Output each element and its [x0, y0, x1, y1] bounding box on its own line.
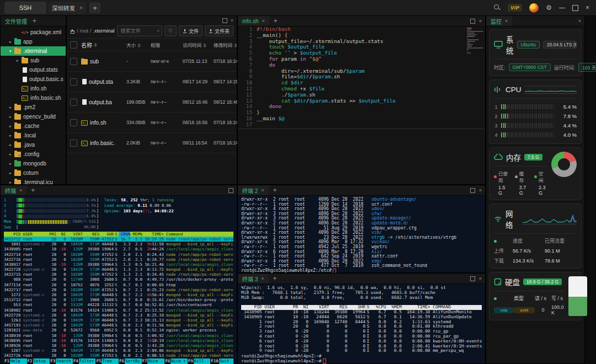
expand-pane-icon[interactable] — [470, 276, 475, 281]
select-all-checkbox[interactable] — [70, 41, 77, 49]
new-terminal-tab-button[interactable]: + — [26, 186, 39, 194]
close-tab-icon[interactable]: × — [79, 5, 83, 11]
sort-icon[interactable] — [137, 44, 141, 47]
search-input[interactable] — [120, 28, 155, 34]
tab-terminal-2[interactable]: 终端 2× — [238, 185, 269, 195]
process-row[interactable]: 1272systemd-c2001841M173M46448S0.72.36h5… — [4, 292, 233, 297]
tree-item-opencv_build[interactable]: ▸opencv_build — [1, 112, 66, 121]
search-icon[interactable] — [494, 4, 501, 11]
vip-badge[interactable]: VIP — [508, 4, 522, 12]
new-terminal-tab-button[interactable]: + — [269, 275, 281, 282]
close-pane-icon[interactable]: × — [578, 19, 581, 24]
process-row[interactable]: 3422712root2001028M159M47252S16.72.110:2… — [4, 237, 233, 242]
process-row[interactable]: 3438902root10-10831761432411408S0.70.225… — [4, 308, 233, 313]
process-row[interactable]: 3438939root10-10135M3938019964S0.00.53:0… — [4, 333, 233, 338]
tree-item-.config[interactable]: ▸.config — [1, 149, 66, 159]
fkey-F3[interactable]: F3Search — [50, 358, 73, 364]
process-row[interactable]: 3422717root2001028M159M47252S0.72.10:25.… — [4, 287, 233, 292]
close-window-button[interactable]: × — [586, 4, 589, 11]
row-checkbox[interactable] — [70, 119, 77, 126]
tab-file-manager[interactable]: 文件管理 — [5, 17, 27, 25]
process-row[interactable]: 1263systemd-c2001841M173M46448S0.72.310:… — [4, 318, 233, 323]
file-table-header[interactable]: 名称大小权限访问时间修改时间 — [67, 38, 237, 51]
row-checkbox[interactable] — [70, 78, 77, 85]
process-row[interactable]: 3422715root2001028M159M47252S1.32.10:24.… — [4, 272, 233, 277]
htop-function-bar[interactable]: F1HelpF2SetupF3SearchF4FilterF5TreeF6Sor… — [4, 358, 233, 364]
fkey-F4[interactable]: F4Filter — [73, 358, 96, 364]
fkey-F5[interactable]: F5Tree — [95, 358, 119, 364]
upload-file-button[interactable]: 文件 — [179, 25, 203, 36]
close-pane-icon[interactable]: × — [479, 276, 482, 281]
tree-item-output.basic.s[interactable]: output.basic.s — [1, 74, 66, 84]
tree-item-coturn[interactable]: ▸coturn — [1, 168, 66, 178]
tree-item-.cache[interactable]: ▸.cache — [1, 121, 66, 131]
close-terminal-tab-icon[interactable]: × — [261, 188, 264, 193]
process-row[interactable]: 3422728systemd-c2001841M173M46448S1.32.3… — [4, 267, 233, 272]
maximize-button[interactable] — [572, 5, 578, 11]
top-output[interactable]: %Cpu(s): 1.6 us, 1.6 sy, 0.0 ni, 96.8 id… — [238, 284, 485, 364]
tab-terminal-1[interactable]: 终端× — [1, 185, 26, 195]
code-area[interactable]: 1#!/bin/bash2__main() {3 output_file=~/.… — [238, 26, 485, 185]
process-row[interactable]: 3422716root2001028M159M47252S2.02.10:24.… — [4, 257, 233, 262]
htop-screen[interactable]: 1[8.6%]2[9.5%]3[7.3%]4[6.0%]Mem[786M/7.5… — [1, 196, 237, 364]
close-monitor-tab-icon[interactable]: × — [505, 18, 508, 24]
row-checkbox[interactable] — [70, 99, 77, 106]
favorite-button[interactable]: ♡ — [164, 25, 177, 36]
column-header[interactable]: 访问时间 — [183, 41, 214, 48]
fkey-F1[interactable]: F1Help — [4, 358, 27, 364]
tree-item-info.basic.sh[interactable]: info.basic.sh — [1, 93, 66, 103]
tree-item-.pm2[interactable]: ▸.pm2 — [1, 103, 66, 112]
table-row[interactable]: sub-rwxr-xr-x07/25 11:1307/18 16:24 — [67, 51, 237, 72]
process-row[interactable]: 3422729systemd-c2001841M173M46448S0.72.3… — [4, 313, 233, 318]
tree-item-mongodb[interactable]: ▸mongodb — [1, 159, 66, 168]
table-row[interactable]: output.sta3.2KiBrw-r--r--08/17 14:2908/1… — [67, 72, 237, 92]
shell-prompt[interactable]: root@iZwz9hgcn5aqiewmvhl4pxZ:~# — [241, 359, 482, 364]
htop-header[interactable]: PIDUSERPRINIVIRTRESSHRSCPU%MEM%TIME+Comm… — [4, 232, 233, 237]
tree-item-.xterminal[interactable]: ▾.xterminal — [1, 46, 66, 56]
process-row[interactable]: 3422714root2001028M159M47252S2.02.10:24.… — [4, 252, 233, 257]
process-row[interactable]: 3438926root10-10135M3938019964S0.00.53:4… — [4, 343, 233, 348]
row-checkbox[interactable] — [70, 140, 77, 147]
process-row[interactable]: 3438917root10-10135M3938019964S1.30.516:… — [4, 262, 233, 267]
new-tab-button[interactable]: + — [89, 2, 100, 13]
tree-item-info.sh[interactable]: info.sh — [1, 84, 66, 93]
column-header[interactable]: 名称 — [81, 41, 126, 49]
tree-item-output.stats[interactable]: output.stats — [1, 65, 66, 74]
sort-icon[interactable] — [203, 44, 206, 47]
column-header[interactable]: 权限 — [151, 41, 183, 48]
tree-item-sub[interactable]: ▸sub — [1, 56, 66, 65]
column-header[interactable]: 大小 — [126, 41, 151, 48]
search-box[interactable]: ⌕ — [117, 25, 162, 36]
close-editor-tab-icon[interactable]: × — [262, 18, 264, 24]
tree-item-package.xml[interactable]: package.xml — [1, 28, 66, 37]
fkey-F8[interactable]: F8Nice + — [164, 358, 188, 364]
table-row[interactable]: info.sh334.0BiBrw-r--r--08/16 16:5607/18… — [67, 113, 237, 133]
tab-terminal-3[interactable]: 终端 3× — [238, 274, 269, 283]
ls-output[interactable]: drwxr-xr-x2rootroot4096Dec 28 2022ubuntu… — [238, 196, 485, 274]
process-row[interactable]: 3457193systemd-c2001841M173M46448S0.02.3… — [4, 323, 233, 328]
session-tab[interactable]: 深圳转发 × — [49, 2, 86, 14]
fkey-F10[interactable]: F10Quit — [210, 358, 233, 364]
process-row[interactable]: 988root2001274M39082680S0.70.04:49.73/us… — [4, 277, 233, 282]
process-row[interactable]: 3438905root10-10135M3938019964S2.70.52h4… — [4, 247, 233, 251]
new-editor-tab-button[interactable]: + — [269, 17, 282, 25]
close-pane-icon[interactable]: × — [231, 18, 233, 23]
expand-pane-icon[interactable] — [470, 188, 475, 193]
process-row[interactable]: 1891systemd-c2001841M173M46448S3.32.39h1… — [4, 242, 233, 247]
tree-item-.java[interactable]: ▸.java — [1, 140, 66, 149]
process-row[interactable]: 1287systemd-c2001841M173M46448S0.02.32:0… — [4, 348, 233, 353]
fkey-F7[interactable]: F7Nice - — [142, 358, 165, 364]
breadcrumb[interactable]: /root /.xterminal — [70, 28, 115, 34]
close-terminal-tab-icon[interactable]: × — [261, 276, 264, 281]
process-row[interactable]: 2513712root2001274M39082680S0.70.00:15.6… — [4, 297, 233, 302]
gear-icon[interactable]: ⚙ — [546, 4, 552, 11]
table-row[interactable]: info.basic.2.0KiBrw-r--r--08/11 16:5407/… — [67, 133, 237, 153]
tree-item-.local[interactable]: ▸.local — [1, 131, 66, 140]
sort-icon[interactable] — [94, 43, 97, 47]
expand-pane-icon[interactable] — [228, 188, 233, 193]
close-pane-icon[interactable]: × — [479, 19, 482, 24]
avatar[interactable] — [529, 3, 539, 13]
home-icon[interactable] — [70, 29, 75, 34]
table-row[interactable]: output.ba199.0BiBrw-r--r--08/12 16:4608/… — [67, 92, 237, 113]
process-row[interactable]: 1201821www-data2005267295606952S0.00.10:… — [4, 328, 233, 333]
